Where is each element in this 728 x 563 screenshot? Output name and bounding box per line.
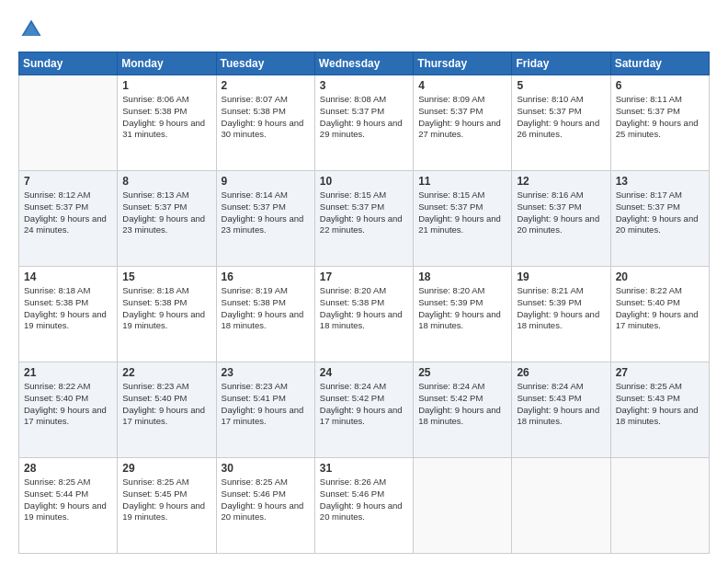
day-number: 7 [24, 175, 112, 188]
day-cell: 10 Sunrise: 8:15 AM Sunset: 5:37 PM Dayl… [314, 171, 413, 267]
week-row-3: 14 Sunrise: 8:18 AM Sunset: 5:38 PM Dayl… [19, 267, 710, 362]
day-cell: 19 Sunrise: 8:21 AM Sunset: 5:39 PM Dayl… [512, 267, 610, 362]
day-cell [19, 75, 118, 171]
day-cell: 22 Sunrise: 8:23 AM Sunset: 5:40 PM Dayl… [118, 362, 216, 458]
day-number: 3 [320, 79, 408, 92]
day-number: 8 [122, 175, 210, 188]
header-row: SundayMondayTuesdayWednesdayThursdayFrid… [19, 52, 710, 75]
day-cell: 24 Sunrise: 8:24 AM Sunset: 5:42 PM Dayl… [314, 362, 413, 458]
day-info: Sunrise: 8:11 AM Sunset: 5:37 PM Dayligh… [616, 94, 704, 141]
day-info: Sunrise: 8:07 AM Sunset: 5:38 PM Dayligh… [222, 94, 310, 141]
col-header-thursday: Thursday [414, 52, 512, 75]
day-number: 11 [418, 175, 506, 188]
day-number: 14 [24, 270, 112, 283]
day-cell: 27 Sunrise: 8:25 AM Sunset: 5:43 PM Dayl… [610, 362, 709, 458]
day-number: 16 [222, 270, 310, 283]
day-info: Sunrise: 8:06 AM Sunset: 5:38 PM Dayligh… [122, 94, 210, 141]
header [18, 17, 710, 42]
day-number: 17 [320, 270, 408, 283]
day-cell: 6 Sunrise: 8:11 AM Sunset: 5:37 PM Dayli… [610, 75, 709, 171]
day-info: Sunrise: 8:25 AM Sunset: 5:45 PM Dayligh… [122, 477, 210, 523]
week-row-5: 28 Sunrise: 8:25 AM Sunset: 5:44 PM Dayl… [19, 458, 710, 554]
day-cell: 20 Sunrise: 8:22 AM Sunset: 5:40 PM Dayl… [610, 267, 709, 362]
col-header-monday: Monday [118, 52, 216, 75]
day-cell: 30 Sunrise: 8:25 AM Sunset: 5:46 PM Dayl… [216, 458, 314, 554]
day-number: 5 [517, 79, 605, 92]
day-cell: 23 Sunrise: 8:23 AM Sunset: 5:41 PM Dayl… [216, 362, 314, 458]
day-number: 9 [222, 175, 310, 188]
col-header-saturday: Saturday [610, 52, 709, 75]
logo [18, 17, 48, 42]
col-header-friday: Friday [512, 52, 610, 75]
day-number: 6 [616, 79, 704, 92]
day-cell: 8 Sunrise: 8:13 AM Sunset: 5:37 PM Dayli… [118, 171, 216, 267]
day-info: Sunrise: 8:26 AM Sunset: 5:46 PM Dayligh… [320, 477, 408, 523]
day-number: 10 [320, 175, 408, 188]
day-cell: 9 Sunrise: 8:14 AM Sunset: 5:37 PM Dayli… [216, 171, 314, 267]
day-cell: 28 Sunrise: 8:25 AM Sunset: 5:44 PM Dayl… [19, 458, 118, 554]
day-info: Sunrise: 8:23 AM Sunset: 5:40 PM Dayligh… [122, 381, 210, 428]
day-info: Sunrise: 8:24 AM Sunset: 5:42 PM Dayligh… [418, 381, 506, 428]
day-number: 25 [418, 366, 506, 379]
day-number: 18 [418, 270, 506, 283]
day-info: Sunrise: 8:13 AM Sunset: 5:37 PM Dayligh… [122, 190, 210, 236]
day-cell: 16 Sunrise: 8:19 AM Sunset: 5:38 PM Dayl… [216, 267, 314, 362]
day-number: 28 [24, 462, 112, 475]
day-cell: 14 Sunrise: 8:18 AM Sunset: 5:38 PM Dayl… [19, 267, 118, 362]
day-info: Sunrise: 8:23 AM Sunset: 5:41 PM Dayligh… [222, 381, 310, 428]
week-row-4: 21 Sunrise: 8:22 AM Sunset: 5:40 PM Dayl… [19, 362, 710, 458]
day-info: Sunrise: 8:20 AM Sunset: 5:38 PM Dayligh… [320, 285, 408, 332]
day-info: Sunrise: 8:15 AM Sunset: 5:37 PM Dayligh… [418, 190, 506, 236]
day-number: 19 [517, 270, 605, 283]
day-cell: 15 Sunrise: 8:18 AM Sunset: 5:38 PM Dayl… [118, 267, 216, 362]
day-cell: 11 Sunrise: 8:15 AM Sunset: 5:37 PM Dayl… [414, 171, 512, 267]
day-cell: 5 Sunrise: 8:10 AM Sunset: 5:37 PM Dayli… [512, 75, 610, 171]
day-cell: 12 Sunrise: 8:16 AM Sunset: 5:37 PM Dayl… [512, 171, 610, 267]
day-info: Sunrise: 8:25 AM Sunset: 5:43 PM Dayligh… [616, 381, 704, 428]
day-info: Sunrise: 8:14 AM Sunset: 5:37 PM Dayligh… [222, 190, 310, 236]
day-cell [414, 458, 512, 554]
day-cell: 4 Sunrise: 8:09 AM Sunset: 5:37 PM Dayli… [414, 75, 512, 171]
page: SundayMondayTuesdayWednesdayThursdayFrid… [0, 0, 728, 563]
day-info: Sunrise: 8:22 AM Sunset: 5:40 PM Dayligh… [24, 381, 112, 428]
day-number: 4 [418, 79, 506, 92]
day-info: Sunrise: 8:18 AM Sunset: 5:38 PM Dayligh… [24, 285, 112, 332]
day-info: Sunrise: 8:25 AM Sunset: 5:44 PM Dayligh… [24, 477, 112, 523]
day-number: 26 [517, 366, 605, 379]
day-cell: 26 Sunrise: 8:24 AM Sunset: 5:43 PM Dayl… [512, 362, 610, 458]
day-number: 21 [24, 366, 112, 379]
col-header-wednesday: Wednesday [314, 52, 413, 75]
day-cell: 17 Sunrise: 8:20 AM Sunset: 5:38 PM Dayl… [314, 267, 413, 362]
day-cell [610, 458, 709, 554]
day-cell [512, 458, 610, 554]
day-info: Sunrise: 8:18 AM Sunset: 5:38 PM Dayligh… [122, 285, 210, 332]
day-number: 15 [122, 270, 210, 283]
day-cell: 1 Sunrise: 8:06 AM Sunset: 5:38 PM Dayli… [118, 75, 216, 171]
day-cell: 25 Sunrise: 8:24 AM Sunset: 5:42 PM Dayl… [414, 362, 512, 458]
day-cell: 13 Sunrise: 8:17 AM Sunset: 5:37 PM Dayl… [610, 171, 709, 267]
day-number: 23 [222, 366, 310, 379]
day-info: Sunrise: 8:15 AM Sunset: 5:37 PM Dayligh… [320, 190, 408, 236]
logo-icon [18, 17, 44, 42]
week-row-2: 7 Sunrise: 8:12 AM Sunset: 5:37 PM Dayli… [19, 171, 710, 267]
day-info: Sunrise: 8:16 AM Sunset: 5:37 PM Dayligh… [517, 190, 605, 236]
day-info: Sunrise: 8:21 AM Sunset: 5:39 PM Dayligh… [517, 285, 605, 332]
day-number: 27 [616, 366, 704, 379]
day-number: 24 [320, 366, 408, 379]
calendar-table: SundayMondayTuesdayWednesdayThursdayFrid… [18, 52, 710, 554]
day-cell: 18 Sunrise: 8:20 AM Sunset: 5:39 PM Dayl… [414, 267, 512, 362]
day-info: Sunrise: 8:10 AM Sunset: 5:37 PM Dayligh… [517, 94, 605, 141]
col-header-sunday: Sunday [19, 52, 118, 75]
col-header-tuesday: Tuesday [216, 52, 314, 75]
day-info: Sunrise: 8:19 AM Sunset: 5:38 PM Dayligh… [222, 285, 310, 332]
day-info: Sunrise: 8:25 AM Sunset: 5:46 PM Dayligh… [222, 477, 310, 523]
day-info: Sunrise: 8:09 AM Sunset: 5:37 PM Dayligh… [418, 94, 506, 141]
day-number: 29 [122, 462, 210, 475]
day-info: Sunrise: 8:12 AM Sunset: 5:37 PM Dayligh… [24, 190, 112, 236]
day-info: Sunrise: 8:24 AM Sunset: 5:42 PM Dayligh… [320, 381, 408, 428]
day-cell: 29 Sunrise: 8:25 AM Sunset: 5:45 PM Dayl… [118, 458, 216, 554]
day-info: Sunrise: 8:08 AM Sunset: 5:37 PM Dayligh… [320, 94, 408, 141]
day-cell: 21 Sunrise: 8:22 AM Sunset: 5:40 PM Dayl… [19, 362, 118, 458]
day-cell: 2 Sunrise: 8:07 AM Sunset: 5:38 PM Dayli… [216, 75, 314, 171]
day-cell: 7 Sunrise: 8:12 AM Sunset: 5:37 PM Dayli… [19, 171, 118, 267]
